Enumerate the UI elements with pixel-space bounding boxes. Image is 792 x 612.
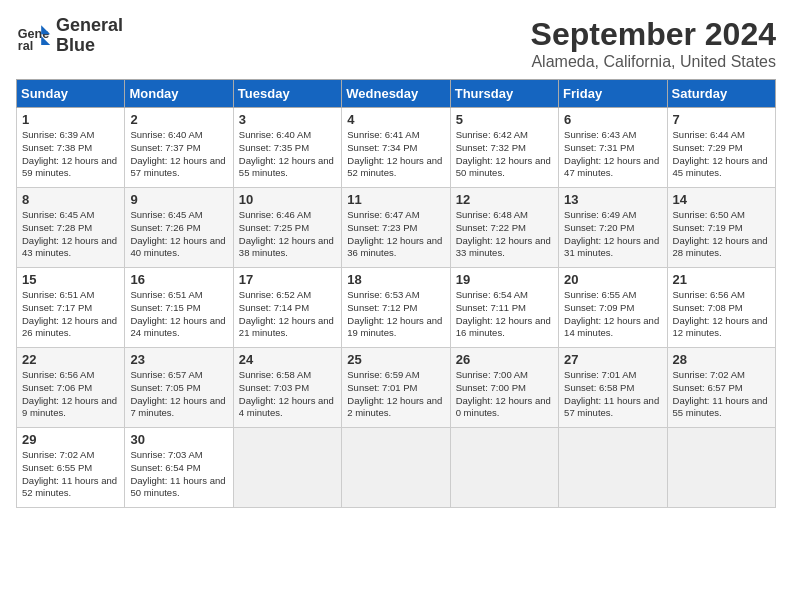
day-number: 29 <box>22 432 119 447</box>
weekday-tuesday: Tuesday <box>233 80 341 108</box>
calendar-cell: 15Sunrise: 6:51 AMSunset: 7:17 PMDayligh… <box>17 268 125 348</box>
day-number: 21 <box>673 272 770 287</box>
day-number: 13 <box>564 192 661 207</box>
calendar-cell: 20Sunrise: 6:55 AMSunset: 7:09 PMDayligh… <box>559 268 667 348</box>
day-number: 3 <box>239 112 336 127</box>
day-detail: Sunrise: 6:39 AMSunset: 7:38 PMDaylight:… <box>22 129 117 178</box>
day-number: 6 <box>564 112 661 127</box>
day-detail: Sunrise: 6:43 AMSunset: 7:31 PMDaylight:… <box>564 129 659 178</box>
day-detail: Sunrise: 6:55 AMSunset: 7:09 PMDaylight:… <box>564 289 659 338</box>
calendar-cell: 21Sunrise: 6:56 AMSunset: 7:08 PMDayligh… <box>667 268 775 348</box>
day-number: 19 <box>456 272 553 287</box>
calendar-cell <box>667 428 775 508</box>
day-detail: Sunrise: 6:46 AMSunset: 7:25 PMDaylight:… <box>239 209 334 258</box>
day-detail: Sunrise: 6:40 AMSunset: 7:37 PMDaylight:… <box>130 129 225 178</box>
logo: Gene ral General Blue <box>16 16 123 56</box>
calendar-cell: 6Sunrise: 6:43 AMSunset: 7:31 PMDaylight… <box>559 108 667 188</box>
calendar-cell: 30Sunrise: 7:03 AMSunset: 6:54 PMDayligh… <box>125 428 233 508</box>
weekday-monday: Monday <box>125 80 233 108</box>
weekday-saturday: Saturday <box>667 80 775 108</box>
calendar-week-2: 8Sunrise: 6:45 AMSunset: 7:28 PMDaylight… <box>17 188 776 268</box>
day-number: 1 <box>22 112 119 127</box>
calendar-cell: 12Sunrise: 6:48 AMSunset: 7:22 PMDayligh… <box>450 188 558 268</box>
day-detail: Sunrise: 6:45 AMSunset: 7:28 PMDaylight:… <box>22 209 117 258</box>
calendar-cell: 28Sunrise: 7:02 AMSunset: 6:57 PMDayligh… <box>667 348 775 428</box>
calendar-cell: 8Sunrise: 6:45 AMSunset: 7:28 PMDaylight… <box>17 188 125 268</box>
calendar-cell: 19Sunrise: 6:54 AMSunset: 7:11 PMDayligh… <box>450 268 558 348</box>
location-title: Alameda, California, United States <box>531 53 776 71</box>
day-detail: Sunrise: 7:01 AMSunset: 6:58 PMDaylight:… <box>564 369 659 418</box>
day-detail: Sunrise: 6:54 AMSunset: 7:11 PMDaylight:… <box>456 289 551 338</box>
calendar-cell: 25Sunrise: 6:59 AMSunset: 7:01 PMDayligh… <box>342 348 450 428</box>
calendar-week-3: 15Sunrise: 6:51 AMSunset: 7:17 PMDayligh… <box>17 268 776 348</box>
calendar-week-5: 29Sunrise: 7:02 AMSunset: 6:55 PMDayligh… <box>17 428 776 508</box>
day-detail: Sunrise: 6:40 AMSunset: 7:35 PMDaylight:… <box>239 129 334 178</box>
calendar-cell <box>342 428 450 508</box>
day-number: 23 <box>130 352 227 367</box>
day-detail: Sunrise: 6:58 AMSunset: 7:03 PMDaylight:… <box>239 369 334 418</box>
day-detail: Sunrise: 7:02 AMSunset: 6:55 PMDaylight:… <box>22 449 117 498</box>
day-detail: Sunrise: 6:51 AMSunset: 7:17 PMDaylight:… <box>22 289 117 338</box>
day-number: 2 <box>130 112 227 127</box>
month-title: September 2024 <box>531 16 776 53</box>
title-area: September 2024 Alameda, California, Unit… <box>531 16 776 71</box>
day-detail: Sunrise: 6:47 AMSunset: 7:23 PMDaylight:… <box>347 209 442 258</box>
weekday-friday: Friday <box>559 80 667 108</box>
day-detail: Sunrise: 6:45 AMSunset: 7:26 PMDaylight:… <box>130 209 225 258</box>
day-detail: Sunrise: 6:48 AMSunset: 7:22 PMDaylight:… <box>456 209 551 258</box>
weekday-wednesday: Wednesday <box>342 80 450 108</box>
calendar-cell: 14Sunrise: 6:50 AMSunset: 7:19 PMDayligh… <box>667 188 775 268</box>
day-number: 26 <box>456 352 553 367</box>
calendar-cell: 17Sunrise: 6:52 AMSunset: 7:14 PMDayligh… <box>233 268 341 348</box>
calendar-cell: 5Sunrise: 6:42 AMSunset: 7:32 PMDaylight… <box>450 108 558 188</box>
day-detail: Sunrise: 6:52 AMSunset: 7:14 PMDaylight:… <box>239 289 334 338</box>
calendar-cell: 4Sunrise: 6:41 AMSunset: 7:34 PMDaylight… <box>342 108 450 188</box>
calendar-cell: 3Sunrise: 6:40 AMSunset: 7:35 PMDaylight… <box>233 108 341 188</box>
calendar-cell <box>559 428 667 508</box>
svg-text:ral: ral <box>18 39 33 53</box>
page-header: Gene ral General Blue September 2024 Ala… <box>16 16 776 71</box>
calendar-cell: 11Sunrise: 6:47 AMSunset: 7:23 PMDayligh… <box>342 188 450 268</box>
calendar-cell: 16Sunrise: 6:51 AMSunset: 7:15 PMDayligh… <box>125 268 233 348</box>
day-detail: Sunrise: 7:00 AMSunset: 7:00 PMDaylight:… <box>456 369 551 418</box>
day-number: 14 <box>673 192 770 207</box>
calendar-cell: 9Sunrise: 6:45 AMSunset: 7:26 PMDaylight… <box>125 188 233 268</box>
calendar-cell: 23Sunrise: 6:57 AMSunset: 7:05 PMDayligh… <box>125 348 233 428</box>
day-detail: Sunrise: 6:59 AMSunset: 7:01 PMDaylight:… <box>347 369 442 418</box>
weekday-thursday: Thursday <box>450 80 558 108</box>
day-detail: Sunrise: 6:51 AMSunset: 7:15 PMDaylight:… <box>130 289 225 338</box>
calendar-cell: 18Sunrise: 6:53 AMSunset: 7:12 PMDayligh… <box>342 268 450 348</box>
calendar-cell: 29Sunrise: 7:02 AMSunset: 6:55 PMDayligh… <box>17 428 125 508</box>
day-detail: Sunrise: 6:49 AMSunset: 7:20 PMDaylight:… <box>564 209 659 258</box>
day-number: 18 <box>347 272 444 287</box>
calendar-cell: 24Sunrise: 6:58 AMSunset: 7:03 PMDayligh… <box>233 348 341 428</box>
day-detail: Sunrise: 7:02 AMSunset: 6:57 PMDaylight:… <box>673 369 768 418</box>
day-number: 9 <box>130 192 227 207</box>
calendar-cell: 13Sunrise: 6:49 AMSunset: 7:20 PMDayligh… <box>559 188 667 268</box>
day-number: 7 <box>673 112 770 127</box>
weekday-sunday: Sunday <box>17 80 125 108</box>
day-detail: Sunrise: 6:41 AMSunset: 7:34 PMDaylight:… <box>347 129 442 178</box>
calendar-cell: 1Sunrise: 6:39 AMSunset: 7:38 PMDaylight… <box>17 108 125 188</box>
day-number: 27 <box>564 352 661 367</box>
day-number: 8 <box>22 192 119 207</box>
calendar-cell: 22Sunrise: 6:56 AMSunset: 7:06 PMDayligh… <box>17 348 125 428</box>
calendar-table: SundayMondayTuesdayWednesdayThursdayFrid… <box>16 79 776 508</box>
day-number: 16 <box>130 272 227 287</box>
logo-icon: Gene ral <box>16 18 52 54</box>
day-detail: Sunrise: 6:57 AMSunset: 7:05 PMDaylight:… <box>130 369 225 418</box>
weekday-header-row: SundayMondayTuesdayWednesdayThursdayFrid… <box>17 80 776 108</box>
day-number: 22 <box>22 352 119 367</box>
day-number: 5 <box>456 112 553 127</box>
day-detail: Sunrise: 6:50 AMSunset: 7:19 PMDaylight:… <box>673 209 768 258</box>
calendar-week-1: 1Sunrise: 6:39 AMSunset: 7:38 PMDaylight… <box>17 108 776 188</box>
calendar-body: 1Sunrise: 6:39 AMSunset: 7:38 PMDaylight… <box>17 108 776 508</box>
day-detail: Sunrise: 6:53 AMSunset: 7:12 PMDaylight:… <box>347 289 442 338</box>
calendar-cell: 7Sunrise: 6:44 AMSunset: 7:29 PMDaylight… <box>667 108 775 188</box>
day-number: 25 <box>347 352 444 367</box>
calendar-cell <box>450 428 558 508</box>
day-number: 30 <box>130 432 227 447</box>
day-number: 17 <box>239 272 336 287</box>
calendar-week-4: 22Sunrise: 6:56 AMSunset: 7:06 PMDayligh… <box>17 348 776 428</box>
day-detail: Sunrise: 6:44 AMSunset: 7:29 PMDaylight:… <box>673 129 768 178</box>
